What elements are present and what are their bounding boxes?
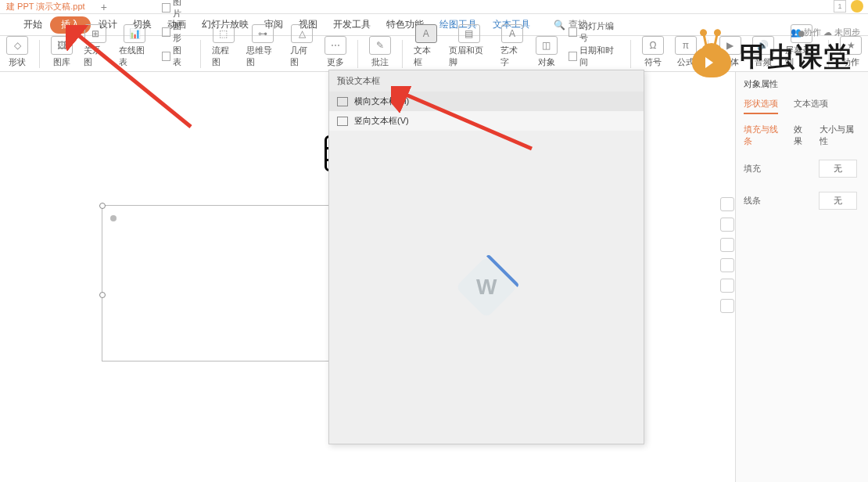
ribbon-wordart[interactable]: A艺术字 bbox=[500, 24, 525, 68]
ribbon-comment[interactable]: ✎批注 bbox=[369, 36, 391, 68]
search-icon: 🔍 bbox=[554, 20, 565, 31]
ribbon-flowchart[interactable]: ⬚流程图 bbox=[212, 24, 236, 68]
dropdown-preview: W bbox=[329, 131, 644, 444]
mindmap-icon: ⊶ bbox=[252, 24, 274, 43]
row-fill: 填充 无 bbox=[744, 160, 860, 178]
shape-icon: ◇ bbox=[6, 36, 28, 55]
ribbon-mindmap[interactable]: ⊶思维导图 bbox=[246, 24, 278, 68]
h-textbox-icon bbox=[337, 97, 348, 106]
geometry-icon: △ bbox=[291, 24, 313, 43]
gallery-icon: 🖼 bbox=[51, 36, 73, 55]
wps-logo-icon: W bbox=[455, 256, 517, 318]
textbox-icon: A bbox=[415, 24, 437, 43]
ribbon-mini-shape[interactable]: 图形 bbox=[162, 20, 189, 44]
add-tab-button[interactable]: + bbox=[101, 1, 107, 13]
slidenum-icon bbox=[569, 27, 577, 37]
dropdown-vertical-textbox[interactable]: 竖向文本框(V) bbox=[329, 111, 644, 131]
user-avatar[interactable] bbox=[851, 0, 863, 13]
ribbon-mini-chart[interactable]: 图表 bbox=[162, 45, 189, 68]
ribbon-symbol[interactable]: Ω符号 bbox=[642, 36, 664, 68]
flowchart-icon: ⬚ bbox=[213, 24, 235, 43]
format-panel: 对象属性 形状选项 文本选项 填充与线条 效果 大小与属性 填充 无 线条 无 bbox=[735, 72, 868, 482]
system-button[interactable]: 1 bbox=[834, 0, 846, 13]
label-line: 线条 bbox=[744, 195, 761, 207]
wordart-icon: A bbox=[501, 24, 523, 43]
image-icon bbox=[162, 3, 170, 13]
right-toolbar bbox=[719, 72, 735, 482]
shape-mini-icon bbox=[162, 27, 170, 37]
ribbon-datetime[interactable]: 日期和时间 bbox=[569, 45, 620, 68]
panel-tab-text[interactable]: 文本选项 bbox=[794, 98, 828, 114]
ribbon-header-footer[interactable]: ▤页眉和页脚 bbox=[449, 24, 489, 68]
panel-tab-shape[interactable]: 形状选项 bbox=[744, 98, 778, 114]
dropdown-horizontal-textbox[interactable]: 横向文本框(H) bbox=[329, 92, 644, 111]
tool-text[interactable] bbox=[720, 299, 734, 313]
line-value[interactable]: 无 bbox=[819, 192, 857, 210]
brand-text: 甲虫课堂 bbox=[740, 39, 852, 75]
dropdown-header: 预设文本框 bbox=[329, 70, 644, 92]
comment-icon: ✎ bbox=[369, 36, 391, 55]
subtab-effect[interactable]: 效果 bbox=[794, 124, 810, 147]
ribbon-gallery[interactable]: 🖼图库 bbox=[51, 36, 73, 68]
subtab-size[interactable]: 大小与属性 bbox=[820, 124, 860, 147]
fill-value[interactable]: 无 bbox=[819, 160, 857, 178]
row-line: 线条 无 bbox=[744, 192, 860, 210]
ribbon-slide-number[interactable]: 幻灯片编号 bbox=[569, 20, 620, 44]
relation-icon: ⊞ bbox=[84, 24, 106, 43]
ribbon-textbox[interactable]: A文本框 bbox=[414, 24, 438, 68]
tool-frame[interactable] bbox=[720, 279, 734, 293]
v-textbox-icon bbox=[337, 117, 348, 126]
brand-watermark: 甲虫课堂 bbox=[688, 30, 868, 85]
ribbon-mini-image[interactable]: 图片 bbox=[162, 0, 189, 20]
object-icon: ◫ bbox=[536, 36, 558, 55]
header-footer-icon: ▤ bbox=[458, 24, 480, 43]
more-icon: ⋯ bbox=[325, 36, 346, 55]
ribbon-object[interactable]: ◫对象 bbox=[536, 36, 558, 68]
textbox-dropdown: 预设文本框 横向文本框(H) 竖向文本框(V) W bbox=[328, 70, 644, 444]
resize-handle[interactable] bbox=[99, 292, 106, 298]
ribbon-online-chart[interactable]: 📊在线图表 bbox=[119, 24, 151, 68]
subtab-fill[interactable]: 填充与线条 bbox=[744, 124, 784, 147]
tab-dev[interactable]: 开发工具 bbox=[325, 14, 378, 36]
bullet-marker bbox=[110, 215, 117, 221]
chart-mini-icon bbox=[162, 52, 170, 61]
label-fill: 填充 bbox=[744, 163, 761, 174]
symbol-icon: Ω bbox=[642, 36, 664, 55]
ribbon-shape[interactable]: ◇形状 bbox=[6, 36, 28, 68]
document-title: 建 PPT 演示文稿.ppt bbox=[6, 1, 85, 13]
tool-layers[interactable] bbox=[720, 218, 734, 232]
resize-handle[interactable] bbox=[99, 203, 106, 209]
ribbon-more[interactable]: ⋯更多 bbox=[325, 36, 346, 68]
ribbon-relation[interactable]: ⊞关系图 bbox=[84, 24, 108, 68]
ribbon-geometry[interactable]: △几何图 bbox=[290, 24, 314, 68]
datetime-icon bbox=[569, 52, 577, 61]
tool-pen[interactable] bbox=[720, 238, 734, 252]
tool-crop[interactable] bbox=[720, 258, 734, 272]
beetle-icon bbox=[688, 34, 735, 81]
tool-zoom[interactable] bbox=[720, 197, 734, 211]
online-chart-icon: 📊 bbox=[124, 24, 145, 43]
tab-start[interactable]: 开始 bbox=[16, 14, 50, 36]
